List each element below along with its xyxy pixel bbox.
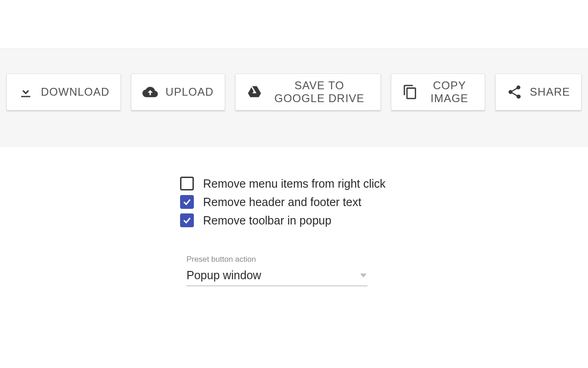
option-remove-toolbar-popup: Remove toolbar in popup (180, 213, 588, 227)
preset-caption: Preset button action (187, 255, 368, 264)
cloud-upload-icon (142, 84, 158, 100)
option-remove-menu: Remove menu items from right click (180, 177, 588, 190)
option-remove-header-footer-label: Remove header and footer text (203, 196, 362, 209)
share-label: SHARE (530, 86, 570, 98)
copy-image-label: COPY IMAGE (425, 79, 474, 105)
header-spacer (0, 0, 588, 49)
upload-button[interactable]: UPLOAD (131, 74, 225, 110)
upload-label: UPLOAD (165, 86, 214, 98)
download-icon (18, 84, 34, 100)
google-drive-icon (247, 84, 262, 100)
copy-image-button[interactable]: COPY IMAGE (391, 74, 486, 110)
preset-select-field: Preset button action Popup window (187, 255, 368, 286)
preset-select[interactable]: Popup window (187, 267, 368, 286)
checkmark-icon (182, 216, 192, 225)
share-icon (507, 84, 522, 100)
checkbox-remove-menu[interactable] (180, 177, 194, 190)
copy-icon (402, 84, 418, 100)
save-to-drive-label: SAVE TO GOOGLE DRIVE (270, 79, 369, 105)
option-remove-header-footer: Remove header and footer text (180, 195, 588, 209)
checkbox-remove-toolbar-popup[interactable] (180, 213, 194, 227)
checkmark-icon (182, 197, 192, 207)
checkbox-remove-header-footer[interactable] (180, 195, 194, 209)
download-button[interactable]: DOWNLOAD (6, 74, 121, 110)
option-remove-toolbar-popup-label: Remove toolbar in popup (203, 214, 331, 227)
download-label: DOWNLOAD (41, 86, 109, 98)
chevron-down-icon (360, 272, 367, 279)
save-to-drive-button[interactable]: SAVE TO GOOGLE DRIVE (235, 74, 381, 110)
action-toolbar: DOWNLOAD UPLOAD SAVE TO GOOGLE DRIVE COP… (0, 49, 588, 147)
share-button[interactable]: SHARE (495, 74, 582, 110)
option-remove-menu-label: Remove menu items from right click (203, 177, 385, 190)
settings-panel: Remove menu items from right click Remov… (0, 147, 588, 286)
preset-select-value: Popup window (187, 269, 261, 282)
